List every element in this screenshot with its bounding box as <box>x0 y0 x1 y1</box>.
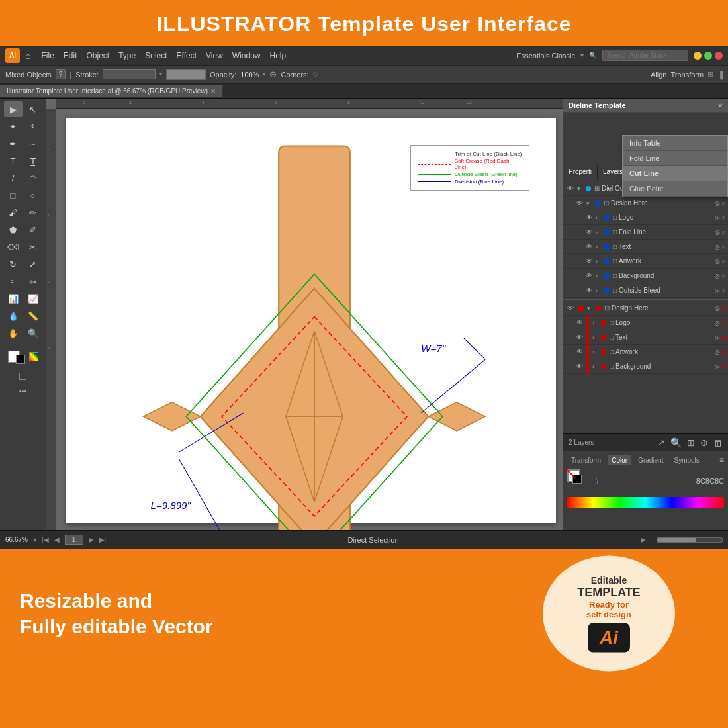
layer-outside-bleed-1[interactable]: 👁 › □ Outside Bleed ◎ ■ <box>563 283 728 298</box>
nav-prev-start[interactable]: |◀ <box>42 536 49 543</box>
layer-options-btn[interactable]: ⊞ <box>687 437 695 448</box>
nav-prev[interactable]: ◀ <box>54 536 60 543</box>
expand-13[interactable]: › <box>592 363 599 370</box>
dd-cut-line[interactable]: Cut Line <box>623 166 727 181</box>
eye-icon-2[interactable]: 👁 <box>575 199 584 208</box>
blob-brush-tool[interactable]: ⬟ <box>4 222 23 238</box>
layer-design-here-1[interactable]: 👁 ▾ ⊡ Design Here ◎ ■ <box>563 196 728 210</box>
home-icon[interactable]: ⌂ <box>25 50 30 61</box>
document-tab[interactable]: Illustrator Template User Interface.ai @… <box>0 85 223 97</box>
rotate-tool[interactable]: ↻ <box>4 256 23 272</box>
color-spectrum[interactable] <box>567 497 724 508</box>
transform-btn[interactable]: Transform <box>670 71 704 79</box>
line-tool[interactable]: / <box>4 170 23 186</box>
eye-icon-10[interactable]: 👁 <box>575 318 584 328</box>
expand-2[interactable]: ▾ <box>586 200 593 206</box>
stroke-input[interactable] <box>103 69 156 79</box>
hand-tool[interactable]: ✋ <box>4 325 23 341</box>
layer-logo-2[interactable]: 👁 › □ Logo ◎ ■ <box>563 316 728 330</box>
align-btn[interactable]: Align <box>651 71 666 79</box>
tab-gradient[interactable]: Gradient <box>634 455 667 465</box>
scale-tool[interactable]: ⤢ <box>24 256 42 272</box>
nav-next-end[interactable]: ▶| <box>99 536 107 543</box>
minimize-button[interactable] <box>694 52 702 60</box>
layer-logo-1[interactable]: 👁 › □ Logo ◎ ■ <box>563 210 728 225</box>
column-graph-tool[interactable]: 📈 <box>24 291 42 306</box>
menu-object[interactable]: Object <box>83 50 114 62</box>
delete-layer-btn[interactable]: 🗑 <box>713 437 723 448</box>
menu-effect[interactable]: Effect <box>173 50 201 62</box>
menu-select[interactable]: Select <box>141 50 171 62</box>
eye-icon-8[interactable]: 👁 <box>584 286 594 295</box>
eye-icon-1[interactable]: 👁 <box>566 184 575 193</box>
arc-tool[interactable]: ◠ <box>24 170 42 186</box>
touch-type-tool[interactable]: T̲ <box>24 153 42 169</box>
layer-artwork-2[interactable]: 👁 › □ Artwork ◎ ■ <box>563 345 728 359</box>
page-input[interactable]: 1 <box>65 535 83 545</box>
rect-tool[interactable]: □ <box>4 187 23 203</box>
color-panel-menu[interactable]: ≡ <box>719 455 724 465</box>
measure-tool[interactable]: 📏 <box>24 308 42 324</box>
expand-6[interactable]: › <box>596 258 602 265</box>
color-icon[interactable] <box>29 352 38 361</box>
layer-background-2[interactable]: 👁 › □ Background ◎ ■ <box>563 359 728 374</box>
expand-5[interactable]: › <box>596 244 602 250</box>
shaper-tool[interactable]: ✐ <box>24 222 42 238</box>
menu-view[interactable]: View <box>202 50 227 62</box>
eye-icon-3[interactable]: 👁 <box>584 213 594 222</box>
curvature-tool[interactable]: ~ <box>24 136 42 152</box>
eye-icon-13[interactable]: 👁 <box>575 362 584 371</box>
scissors-tool[interactable]: ✂ <box>24 239 42 255</box>
dd-fold-line[interactable]: Fold Line <box>623 151 727 166</box>
expand-3[interactable]: › <box>596 214 602 221</box>
type-tool[interactable]: T <box>4 153 23 169</box>
new-layer-btn[interactable]: ↗ <box>657 437 665 448</box>
play-icon[interactable]: ▶ <box>641 536 646 543</box>
menu-edit[interactable]: Edit <box>60 50 81 62</box>
search-layer-btn[interactable]: 🔍 <box>670 437 682 448</box>
lasso-tool[interactable]: ⌖ <box>24 118 42 134</box>
ellipse-tool[interactable]: ○ <box>24 187 42 203</box>
eye-icon-12[interactable]: 👁 <box>575 347 584 357</box>
expand-9[interactable]: ▾ <box>587 305 594 312</box>
select-tool[interactable]: ▶ <box>4 101 23 117</box>
layer-fold-line-1[interactable]: 👁 › □ Fold Line ◎ ■ <box>563 225 728 240</box>
dd-glue-point[interactable]: Glue Point <box>623 181 727 197</box>
pencil-tool[interactable]: ✏ <box>24 205 42 220</box>
expand-8[interactable]: › <box>596 287 602 294</box>
graph-tool[interactable]: 📊 <box>4 291 23 306</box>
tab-symbols[interactable]: Symbols <box>670 455 703 465</box>
eye-icon-4[interactable]: 👁 <box>584 228 594 237</box>
eyedropper-tool[interactable]: 💧 <box>4 308 23 324</box>
nav-next[interactable]: ▶ <box>89 536 94 543</box>
eye-icon-6[interactable]: 👁 <box>584 257 594 266</box>
zoom-tool[interactable]: 🔍 <box>24 325 42 341</box>
eye-icon-11[interactable]: 👁 <box>575 333 584 342</box>
width-tool[interactable]: ⇔ <box>24 273 42 289</box>
eye-icon-7[interactable]: 👁 <box>584 271 594 281</box>
dd-info-table[interactable]: Info Table <box>623 136 727 151</box>
expand-7[interactable]: › <box>596 273 602 279</box>
more-tools[interactable]: ••• <box>19 387 27 395</box>
hex-value[interactable]: 8C8C8C <box>696 477 724 485</box>
search-input[interactable] <box>602 50 688 61</box>
tab-properties[interactable]: Properti <box>563 165 598 181</box>
eye-icon-9[interactable]: 👁 <box>566 304 575 313</box>
maximize-button[interactable] <box>704 52 712 60</box>
expand-4[interactable]: › <box>596 229 602 236</box>
expand-11[interactable]: › <box>592 334 599 341</box>
warp-tool[interactable]: ≈ <box>4 273 23 289</box>
zoom-arrow[interactable]: ▾ <box>33 536 36 543</box>
merge-layers-btn[interactable]: ⊕ <box>700 437 708 448</box>
tab-color[interactable]: Color <box>608 455 631 465</box>
workspace-dropdown[interactable]: Essentials Classic <box>516 52 575 60</box>
layer-artwork-1[interactable]: 👁 › □ Artwork ◎ ■ <box>563 254 728 269</box>
pen-tool[interactable]: ✒ <box>4 136 23 152</box>
menu-file[interactable]: File <box>37 50 58 62</box>
eye-icon-5[interactable]: 👁 <box>584 242 594 251</box>
direct-select-tool[interactable]: ↖ <box>24 101 42 117</box>
layer-background-1[interactable]: 👁 › □ Background ◎ ■ <box>563 269 728 283</box>
screen-mode[interactable]: □ <box>19 369 26 383</box>
menu-type[interactable]: Type <box>114 50 140 62</box>
canvas-area[interactable]: c 2 4 6 8 :0 L2 2 4 6 8 Trim <box>46 99 563 530</box>
